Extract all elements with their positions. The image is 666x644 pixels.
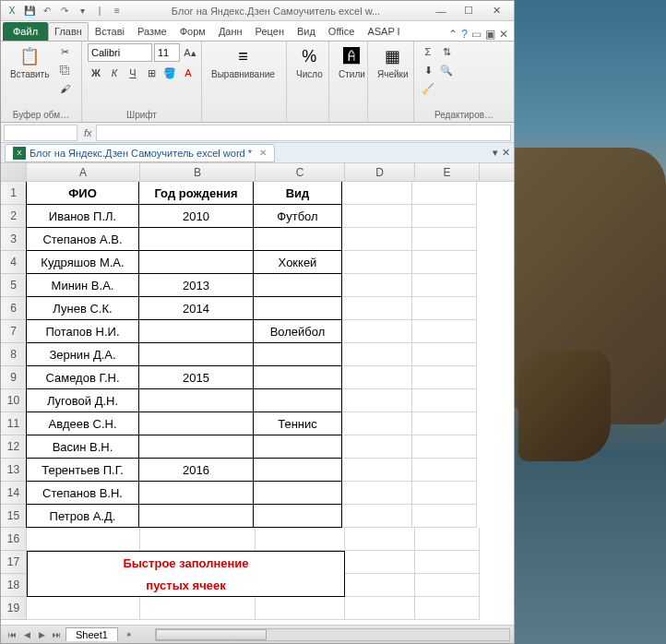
save-icon[interactable]: 💾 (22, 4, 37, 18)
tab-layout[interactable]: Разме (131, 22, 173, 41)
data-cell[interactable]: Степанов В.Н. (26, 481, 139, 505)
row-header[interactable]: 16 (1, 528, 27, 551)
row-header[interactable]: 18 (1, 574, 27, 597)
cell[interactable] (140, 528, 256, 551)
sheet-nav-next-icon[interactable]: ▶ (34, 627, 49, 642)
cell[interactable] (342, 435, 412, 459)
data-cell[interactable] (138, 504, 254, 528)
horizontal-scrollbar[interactable] (155, 628, 510, 641)
cell[interactable] (345, 528, 415, 551)
ribbon-close-icon[interactable]: ✕ (499, 28, 508, 41)
font-size-combo[interactable]: 11 (154, 43, 180, 62)
fill-color-icon[interactable]: 🪣 (161, 65, 178, 81)
sheet-nav-prev-icon[interactable]: ◀ (19, 627, 34, 642)
fx-icon[interactable]: fx (80, 127, 96, 138)
cell[interactable] (342, 205, 412, 228)
tab-insert[interactable]: Вставі (89, 22, 131, 41)
cell[interactable] (256, 597, 345, 620)
row-header[interactable]: 12 (1, 435, 27, 459)
data-cell[interactable]: Авдеев С.Н. (26, 411, 139, 435)
data-cell[interactable]: 2014 (138, 296, 254, 320)
cell[interactable] (342, 274, 412, 297)
cell[interactable] (412, 343, 477, 366)
data-cell[interactable]: Кудряшов М.А. (26, 250, 139, 274)
data-cell[interactable]: 2013 (138, 273, 254, 297)
row-header[interactable]: 8 (1, 343, 27, 366)
data-cell[interactable]: Васин В.Н. (26, 435, 139, 459)
tab-asap[interactable]: ASAP I (361, 22, 406, 41)
cell[interactable] (412, 389, 477, 412)
cell[interactable] (412, 274, 477, 297)
data-cell[interactable]: Самедов Г.Н. (26, 365, 139, 389)
cell[interactable] (412, 412, 477, 435)
data-cell[interactable]: Терентьев П.Г. (26, 458, 139, 482)
cell[interactable] (342, 482, 412, 505)
ribbon-opts1-icon[interactable]: ▭ (471, 28, 482, 41)
cell[interactable] (342, 412, 412, 435)
new-sheet-icon[interactable]: ✶ (122, 627, 137, 642)
data-cell[interactable] (253, 342, 342, 366)
row-header[interactable]: 7 (1, 320, 27, 343)
data-cell[interactable] (253, 273, 342, 297)
data-cell[interactable]: Зернин Д.А. (26, 342, 139, 366)
close-button[interactable]: ✕ (482, 3, 510, 19)
row-header[interactable]: 5 (1, 274, 27, 297)
redo-icon[interactable]: ↷ (57, 4, 72, 18)
tab-review[interactable]: Рецен (249, 22, 291, 41)
copy-icon[interactable]: ⿻ (56, 62, 73, 78)
cell[interactable] (412, 435, 477, 459)
border-icon[interactable]: ⊞ (143, 65, 160, 81)
data-cell[interactable]: 2016 (138, 458, 254, 482)
data-cell[interactable] (138, 250, 254, 274)
sheet-nav-first-icon[interactable]: ⏮ (5, 627, 19, 642)
col-header-A[interactable]: A (27, 163, 140, 181)
select-all-corner[interactable] (1, 163, 27, 181)
data-cell[interactable] (253, 504, 342, 528)
sheet-tab[interactable]: Sheet1 (65, 627, 118, 641)
header-cell[interactable]: Год рождения (138, 182, 254, 205)
fill-icon[interactable]: ⬇ (420, 62, 436, 78)
note-cell[interactable]: Быстрое заполнение (27, 551, 345, 574)
row-header[interactable]: 4 (1, 251, 27, 274)
data-cell[interactable]: Иванов П.Л. (26, 204, 139, 228)
cell[interactable] (27, 597, 140, 620)
data-cell[interactable] (253, 458, 342, 482)
data-cell[interactable]: Минин В.А. (26, 273, 139, 297)
row-header[interactable]: 1 (1, 182, 27, 205)
formula-input[interactable] (96, 125, 511, 141)
tab-home[interactable]: Главн (48, 22, 89, 41)
cell[interactable] (342, 182, 412, 205)
data-cell[interactable]: Степанов А.В. (26, 227, 139, 251)
data-cell[interactable] (253, 481, 342, 505)
cell[interactable] (345, 574, 415, 597)
qat-customize-icon[interactable]: ≡ (110, 4, 125, 18)
tab-file[interactable]: Файл (3, 22, 48, 41)
row-header[interactable]: 17 (1, 551, 27, 574)
header-cell[interactable]: ФИО (26, 182, 139, 205)
row-header[interactable]: 14 (1, 482, 27, 505)
doc-tab-close-icon[interactable]: ✕ (256, 148, 267, 158)
minimize-ribbon-icon[interactable]: ⌃ (448, 28, 458, 41)
paste-button[interactable]: 📋 Вставить (6, 43, 53, 81)
data-cell[interactable] (138, 411, 254, 435)
font-color-icon[interactable]: A (180, 65, 196, 81)
data-cell[interactable] (253, 227, 342, 251)
cell[interactable] (412, 182, 477, 205)
cell[interactable] (412, 251, 477, 274)
row-header[interactable]: 19 (1, 597, 27, 620)
grow-font-icon[interactable]: A▴ (182, 44, 198, 61)
bold-icon[interactable]: Ж (88, 65, 104, 81)
cell[interactable] (342, 343, 412, 366)
data-cell[interactable]: Футбол (253, 204, 342, 228)
cell[interactable] (342, 389, 412, 412)
row-header[interactable]: 6 (1, 297, 27, 320)
cell[interactable] (342, 251, 412, 274)
row-header[interactable]: 2 (1, 205, 27, 228)
data-cell[interactable] (138, 319, 254, 343)
col-header-B[interactable]: B (140, 163, 256, 181)
ribbon-opts2-icon[interactable]: ▣ (485, 28, 495, 41)
row-header[interactable]: 10 (1, 389, 27, 412)
data-cell[interactable]: 2015 (138, 365, 254, 389)
cell[interactable] (412, 320, 477, 343)
undo-icon[interactable]: ↶ (40, 4, 54, 18)
